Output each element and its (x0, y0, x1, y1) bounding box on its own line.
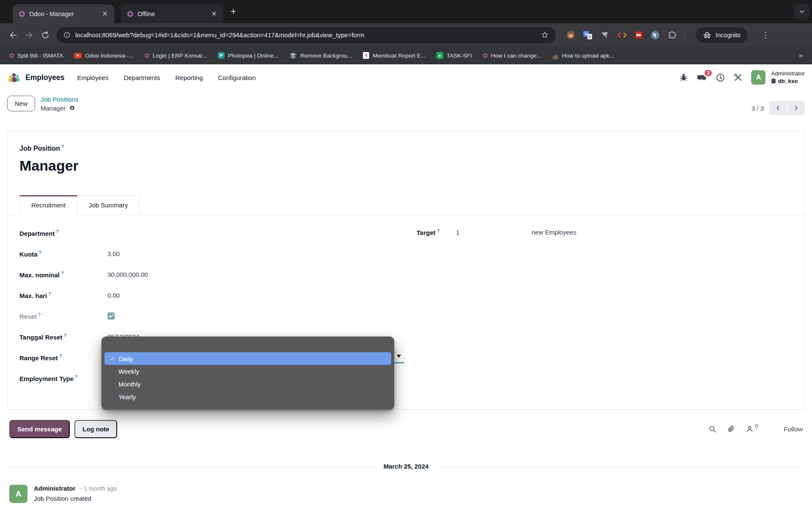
max-hari-value[interactable]: 0.00 (107, 292, 120, 299)
new-button[interactable]: New (7, 96, 35, 111)
dropdown-option-monthly[interactable]: Monthly (102, 378, 394, 390)
bookmark-star-icon[interactable] (541, 31, 549, 39)
incognito-label: Incognito (716, 32, 741, 39)
purple-ring-favicon (9, 53, 14, 58)
tab-offline[interactable]: Offline ✕ (121, 4, 223, 23)
odoo-page: Employees Employees Departments Reportin… (0, 64, 812, 508)
activity-clock-icon[interactable] (716, 73, 725, 82)
bookmarks-overflow-chevrons[interactable]: » (799, 51, 803, 60)
field-kuota: Kuota? 3.00 (19, 243, 793, 264)
followers-count: 0 (755, 423, 758, 429)
target-field-label: Target? (417, 228, 439, 236)
dropdown-option-yearly[interactable]: Yearly (102, 390, 394, 403)
tab-title: Offline (137, 11, 207, 17)
record-title[interactable]: Manager (19, 157, 793, 174)
message-count-badge: 3 (705, 70, 712, 76)
cursor-extension-icon[interactable] (651, 31, 659, 39)
chatter: Send message Log note 0 Follow (0, 410, 812, 503)
speed-extension-icon[interactable]: ▶▶ (635, 31, 643, 39)
employees-app-icon[interactable] (7, 71, 21, 84)
database-icon (771, 78, 776, 84)
help-icon: ? (59, 353, 62, 359)
bookmark-item[interactable]: Remove Backgrou... (289, 52, 352, 59)
tools-icon[interactable] (734, 73, 742, 82)
tab-recruitment[interactable]: Recruitment (19, 195, 77, 215)
reset-checkbox[interactable] (107, 312, 115, 320)
bookmark-item[interactable]: How I can change... (483, 52, 541, 59)
app-name[interactable]: Employees (25, 73, 64, 82)
menu-departments[interactable]: Departments (124, 74, 160, 81)
help-icon: ? (39, 250, 42, 255)
code-extension-icon[interactable] (617, 30, 627, 40)
bookmarks-bar: Split Bill - ISMATA Odoo Indonesia -... … (0, 47, 812, 64)
message-timestamp: - 1 month ago (80, 485, 117, 492)
photopea-icon: P (218, 52, 225, 59)
followers-icon[interactable]: 0 (746, 425, 754, 433)
youtube-icon (74, 53, 82, 58)
user-name: Administrator (771, 70, 805, 77)
gear-icon[interactable] (69, 105, 75, 111)
tab-odoo-manager[interactable]: Odoo - Manager ✕ (13, 4, 114, 23)
extensions-puzzle-icon[interactable] (667, 30, 677, 40)
dropdown-option-daily[interactable]: ✓ Daily (104, 352, 391, 365)
target-suffix: new Employees (532, 229, 576, 236)
bug-icon[interactable] (680, 73, 688, 82)
reload-icon[interactable] (39, 31, 52, 39)
paperclip-icon[interactable] (727, 425, 735, 433)
bookmark-item[interactable]: NMembuat Report E... (363, 52, 425, 59)
search-icon[interactable] (708, 425, 716, 433)
message-author[interactable]: Administrator (34, 485, 75, 492)
help-icon: ? (437, 228, 440, 233)
check-icon: ✓ (110, 355, 119, 362)
log-note-button[interactable]: Log note (74, 420, 117, 438)
tab-title: Odoo - Manager (29, 11, 98, 17)
dropdown-option-weekly[interactable]: Weekly (102, 365, 394, 378)
incognito-badge: Incognito (696, 28, 748, 43)
user-avatar[interactable]: A (751, 70, 765, 85)
follow-button[interactable]: Follow (784, 425, 803, 433)
close-icon[interactable]: ✕ (211, 11, 217, 17)
user-block[interactable]: Administrator db_kso (771, 70, 805, 85)
breadcrumb-parent-link[interactable]: Job Positions (41, 96, 78, 103)
messages-icon[interactable]: 3 (697, 73, 707, 82)
browser-menu-icon[interactable]: ⋮ (762, 30, 770, 40)
bookmark-item[interactable]: PPhotopea | Online... (218, 52, 278, 59)
tab-job-summary[interactable]: Job Summary (77, 195, 140, 215)
notebook-tabs: Recruitment Job Summary (8, 195, 804, 215)
message-body: Job Position created (34, 495, 117, 502)
spreadsheet-plus-icon: + (436, 52, 443, 59)
arrow-extension-icon[interactable] (600, 30, 609, 40)
control-panel: New Job Positions Manager 3 / 3 (0, 91, 812, 127)
tab-search-chevron-icon[interactable] (794, 4, 809, 19)
extensions-row: GA ▶▶ Incognito ⋮ (566, 28, 770, 43)
purple-ring-favicon (145, 53, 149, 58)
new-tab-button[interactable]: + (230, 7, 236, 17)
back-icon[interactable] (7, 30, 19, 40)
menu-configuration[interactable]: Configuration (218, 74, 256, 81)
bookmark-item[interactable]: Login | ERP Konsal... (145, 52, 207, 59)
pager-next-button[interactable] (787, 101, 805, 115)
menu-employees[interactable]: Employees (77, 74, 108, 81)
menu-reporting[interactable]: Reporting (175, 74, 203, 81)
check-icon (109, 314, 113, 318)
target-value[interactable]: 1 (456, 229, 459, 236)
close-icon[interactable]: ✕ (102, 11, 108, 17)
bookmark-item[interactable]: +TASK-SFI (436, 52, 472, 59)
bookmark-item[interactable]: How to upload apk... (552, 52, 614, 59)
bookmark-item[interactable]: Odoo Indonesia -... (74, 52, 134, 59)
monkey-extension-icon[interactable] (566, 30, 575, 40)
forward-icon[interactable] (23, 30, 36, 40)
info-icon[interactable] (63, 31, 71, 39)
send-message-button[interactable]: Send message (9, 420, 70, 438)
screen: Odoo - Manager ✕ Offline ✕ + localhost:8… (0, 0, 812, 508)
pager-count: 3 / 3 (752, 105, 764, 112)
kuota-value[interactable]: 3.00 (107, 250, 120, 257)
document-icon: N (363, 52, 369, 59)
url-text: localhost:8069/web?debug=1#id=1&cids=1&m… (75, 31, 364, 39)
translate-extension-icon[interactable]: GA (583, 31, 592, 39)
max-nominal-value[interactable]: 30,000,000.00 (107, 271, 148, 278)
bookmark-item[interactable]: Split Bill - ISMATA (9, 52, 63, 59)
range-reset-dropdown: ✓ Daily Weekly Monthly Yearly (102, 337, 394, 410)
url-bar[interactable]: localhost:8069/web?debug=1#id=1&cids=1&m… (57, 27, 556, 43)
pager-previous-button[interactable] (769, 101, 787, 115)
